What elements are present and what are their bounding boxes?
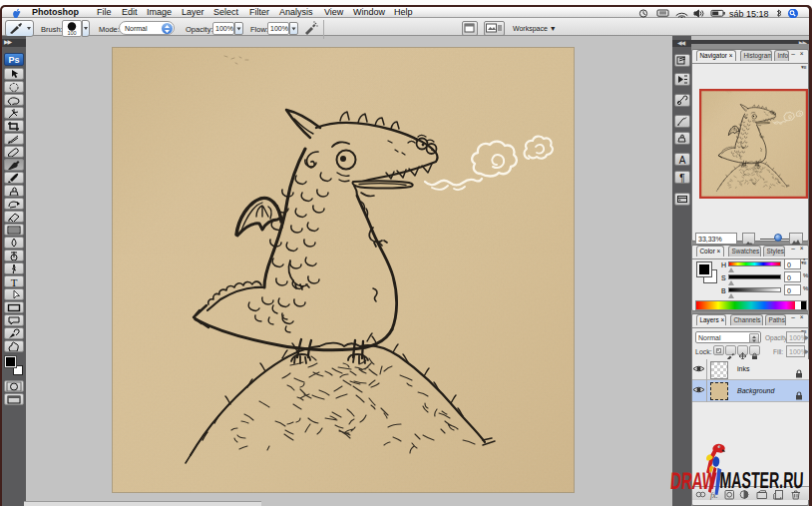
svg-text:DRAW: DRAW [669,467,717,494]
svg-text:MASTER.RU: MASTER.RU [719,467,804,493]
svg-text:100: 100 [67,30,76,36]
svg-text:sáb 15:18: sáb 15:18 [729,9,769,18]
svg-text:¶: ¶ [679,173,684,184]
svg-text:A: A [678,155,685,166]
svg-text:T: T [11,276,18,287]
